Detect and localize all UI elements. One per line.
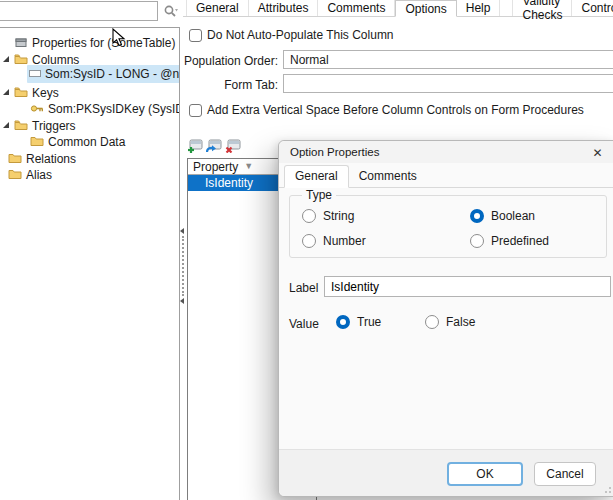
radio-label: True (357, 315, 381, 329)
dialog-tab-comments[interactable]: Comments (349, 166, 427, 187)
form-tab-input[interactable] (283, 74, 613, 93)
splitter-grip (182, 236, 184, 296)
tree-item-relations[interactable]: Relations (8, 150, 76, 166)
tab-comments[interactable]: Comments (318, 0, 395, 16)
dialog-tab-general[interactable]: General (284, 165, 349, 188)
key-icon (30, 103, 44, 114)
tree-item-label: Keys (32, 85, 59, 100)
sort-indicator-icon: ▼ (244, 162, 253, 171)
folder-icon (30, 135, 44, 147)
folder-open-icon (14, 53, 28, 65)
folder-open-icon (14, 86, 28, 98)
search-input[interactable] (0, 1, 158, 21)
tree-item-label: Som:SysID - LONG - @n-14 (45, 66, 180, 81)
cancel-button[interactable]: Cancel (534, 462, 596, 486)
radio-selected-icon (336, 315, 350, 329)
option-properties-dialog: Option Properties ✕ General Comments Typ… (278, 140, 613, 497)
dialog-titlebar[interactable]: Option Properties (279, 141, 613, 163)
folder-open-icon (14, 119, 28, 131)
edit-option-icon (206, 139, 222, 153)
value-true-radio[interactable]: True (336, 315, 381, 329)
tree-item-label: Triggers (32, 118, 76, 133)
panel-splitter[interactable] (179, 228, 186, 304)
label-field-input[interactable] (324, 276, 611, 297)
value-field-label: Value (289, 317, 319, 331)
tree-item-label: Common Data (48, 134, 125, 149)
radio-icon (470, 234, 484, 248)
tree-item-common-data[interactable]: Common Data (30, 133, 125, 149)
radio-icon (302, 234, 316, 248)
tree-selection-highlight: Som:SysID - LONG - @n-14 (27, 65, 180, 83)
tab-options[interactable]: Options (395, 0, 456, 17)
folder-icon (8, 168, 22, 180)
do-not-autopopulate-checkbox[interactable] (189, 29, 202, 42)
close-icon: ✕ (592, 146, 602, 160)
tab-help[interactable]: Help (457, 0, 501, 16)
add-extra-space-checkbox[interactable] (189, 104, 202, 117)
resize-grip[interactable] (603, 485, 611, 493)
tab-general[interactable]: General (186, 0, 249, 16)
do-not-autopopulate-label: Do Not Auto-Populate This Column (207, 28, 394, 42)
dialog-footer: OK Cancel (279, 449, 613, 496)
delete-option-button[interactable] (225, 139, 241, 153)
splitter-collapse-icon (180, 298, 184, 304)
radio-label: False (446, 315, 475, 329)
tree-item-label: Relations (26, 151, 76, 166)
radio-icon (425, 315, 439, 329)
column-tabbar: General Attributes Comments Options Help… (183, 0, 613, 17)
tree-item-keys[interactable]: Keys (3, 84, 59, 100)
tree-item-label: Alias (26, 167, 52, 182)
tree-item-sysid-column[interactable]: Som:SysID - LONG - @n-14 (27, 66, 180, 82)
table-icon (15, 37, 28, 48)
column-icon (29, 69, 41, 78)
population-order-label: Population Order: (168, 54, 278, 68)
form-tab-label: Form Tab: (168, 78, 278, 92)
type-predefined-radio[interactable]: Predefined (470, 234, 549, 248)
tree-item-triggers[interactable]: Triggers (3, 117, 76, 133)
dictionary-tree: Properties for (SomeTable) Columns Som:S… (0, 27, 180, 500)
add-option-icon (187, 139, 203, 153)
radio-label: Predefined (491, 234, 549, 248)
tree-item-label: Som:PKSysIDKey (SysID) - KEY - (48, 101, 180, 116)
folder-icon (8, 152, 22, 164)
radio-selected-icon (470, 209, 484, 223)
search-icon[interactable] (161, 3, 181, 20)
tree-expander-icon[interactable] (3, 56, 9, 62)
radio-icon (302, 209, 316, 223)
radio-label: Boolean (491, 209, 535, 223)
radio-label: String (323, 209, 354, 223)
tab-attributes[interactable]: Attributes (249, 0, 319, 16)
population-order-select[interactable]: Normal (283, 50, 613, 69)
type-groupbox-legend: Type (302, 188, 336, 202)
add-option-button[interactable] (187, 139, 203, 153)
property-row-label: IsIdentity (205, 176, 253, 190)
tree-expander-icon[interactable] (3, 89, 9, 95)
type-number-radio[interactable]: Number (302, 234, 366, 248)
type-groupbox: Type String Boolean Number Predefined (289, 195, 607, 258)
property-column-header: Property (193, 160, 238, 174)
tree-item-properties-for[interactable]: Properties for (SomeTable) (15, 34, 175, 50)
population-order-value: Normal (290, 53, 329, 67)
tab-controls[interactable]: Controls (572, 0, 613, 16)
tree-item-label: Properties for (SomeTable) (32, 35, 175, 50)
dialog-title: Option Properties (290, 146, 380, 158)
magnifier-icon (163, 4, 179, 19)
dialog-tabbar: General Comments (279, 164, 613, 188)
radio-label: Number (323, 234, 366, 248)
tree-item-alias[interactable]: Alias (8, 166, 52, 182)
tree-expander-icon[interactable] (3, 122, 9, 128)
type-boolean-radio[interactable]: Boolean (470, 209, 535, 223)
type-string-radio[interactable]: String (302, 209, 354, 223)
tab-validity-checks[interactable]: Validity Checks (512, 0, 572, 16)
value-false-radio[interactable]: False (425, 315, 475, 329)
edit-option-button[interactable] (206, 139, 222, 153)
ok-button[interactable]: OK (447, 462, 523, 486)
dialog-close-button[interactable]: ✕ (589, 144, 606, 161)
delete-option-icon (225, 139, 241, 153)
label-field-label: Label (289, 281, 318, 295)
add-extra-space-label: Add Extra Vertical Space Before Column C… (207, 103, 584, 117)
splitter-collapse-icon (180, 228, 184, 234)
tree-item-pksysidkey[interactable]: Som:PKSysIDKey (SysID) - KEY - (30, 100, 180, 116)
